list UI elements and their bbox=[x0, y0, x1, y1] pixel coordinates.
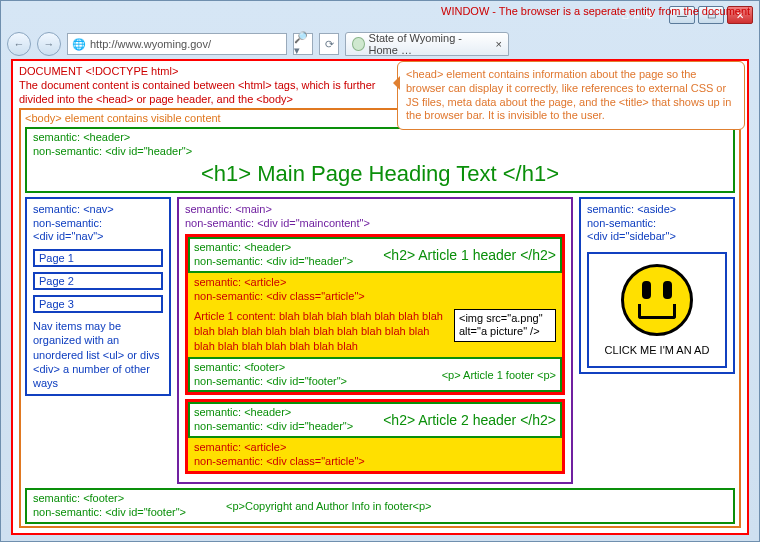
a1-ftr-p: <p> Article 1 footer <p> bbox=[442, 369, 556, 381]
url-field[interactable]: 🌐 http://www.wyoming.gov/ bbox=[67, 33, 287, 55]
refresh-button[interactable]: ⟳ bbox=[319, 33, 339, 55]
a1-ftr-non: non-semantic: <div id="footer"> bbox=[194, 375, 347, 389]
window-annotation: WINDOW - The browser is a seperate entit… bbox=[441, 5, 750, 17]
a2-hdr-sem: semantic: <header> bbox=[194, 406, 353, 420]
browser-tab[interactable]: State of Wyoming - Home … × bbox=[345, 32, 509, 56]
a1-content: Article 1 content: blah blah blah blah b… bbox=[194, 309, 448, 354]
main-non: non-semantic: <div id="maincontent"> bbox=[185, 217, 565, 231]
a2-non: non-semantic: <div class="article"> bbox=[194, 455, 556, 469]
document-desc: The document content is contained betwee… bbox=[19, 79, 399, 107]
ad-text: CLICK ME I'M AN AD bbox=[593, 344, 721, 356]
main-sem: semantic: <main> bbox=[185, 203, 565, 217]
url-text: http://www.wyoming.gov/ bbox=[90, 38, 211, 50]
article-2: semantic: <header> non-semantic: <div id… bbox=[185, 399, 565, 474]
back-button[interactable]: ← bbox=[7, 32, 31, 56]
article1-header: semantic: <header> non-semantic: <div id… bbox=[188, 237, 562, 273]
globe-icon: 🌐 bbox=[72, 38, 86, 51]
a2-hdr-non: non-semantic: <div id="header"> bbox=[194, 420, 353, 434]
forward-button[interactable]: → bbox=[37, 32, 61, 56]
page-footer-box: semantic: <footer> non-semantic: <div id… bbox=[25, 488, 735, 524]
browser-window: WINDOW - The browser is a seperate entit… bbox=[0, 0, 760, 542]
aside-sem: semantic: <aside> bbox=[587, 203, 727, 217]
a1-h2: <h2> Article 1 header </h2> bbox=[383, 247, 556, 263]
nav-item[interactable]: Page 3 bbox=[33, 295, 163, 313]
a1-hdr-non: non-semantic: <div id="header"> bbox=[194, 255, 353, 269]
a1-sem: semantic: <article> bbox=[194, 276, 556, 290]
nav-note: Nav items may be organized with an unord… bbox=[33, 319, 163, 390]
a2-sem: semantic: <article> bbox=[194, 441, 556, 455]
footer-p: <p>Copyright and Author Info in footer<p… bbox=[226, 500, 431, 512]
a1-hdr-sem: semantic: <header> bbox=[194, 241, 353, 255]
page-header-box: semantic: <header> non-semantic: <div id… bbox=[25, 127, 735, 193]
a1-ftr-sem: semantic: <footer> bbox=[194, 361, 347, 375]
nav-item[interactable]: Page 2 bbox=[33, 272, 163, 290]
img-placeholder: <img src="a.png" alt="a picture" /> bbox=[454, 309, 556, 341]
header-non: non-semantic: <div id="header"> bbox=[33, 145, 727, 159]
a1-non: non-semantic: <div class="article"> bbox=[194, 290, 556, 304]
aside-box: semantic: <aside> non-semantic: <div id=… bbox=[579, 197, 735, 374]
article1-footer: semantic: <footer> non-semantic: <div id… bbox=[188, 357, 562, 393]
article-1: semantic: <header> non-semantic: <div id… bbox=[185, 234, 565, 395]
h1-text: <h1> Main Page Heading Text </h1> bbox=[33, 161, 727, 187]
nav-item[interactable]: Page 1 bbox=[33, 249, 163, 267]
footer-sem: semantic: <footer> bbox=[33, 492, 186, 506]
nav-non: non-semantic: bbox=[33, 217, 163, 231]
smiley-icon bbox=[621, 264, 693, 336]
article2-header: semantic: <header> non-semantic: <div id… bbox=[188, 402, 562, 438]
a2-h2: <h2> Article 2 header </h2> bbox=[383, 412, 556, 428]
nav-non2: <div id="nav"> bbox=[33, 230, 163, 244]
aside-non2: <div id="sidebar"> bbox=[587, 230, 727, 244]
body-box: <body> element contains visible content … bbox=[19, 108, 741, 528]
aside-non: non-semantic: bbox=[587, 217, 727, 231]
header-sem: semantic: <header> bbox=[33, 131, 727, 145]
nav-sem: semantic: <nav> bbox=[33, 203, 163, 217]
tab-close-icon[interactable]: × bbox=[496, 38, 502, 50]
ad-box[interactable]: CLICK ME I'M AN AD bbox=[587, 252, 727, 368]
head-callout: <head> element contains information abou… bbox=[397, 61, 745, 130]
tab-title: State of Wyoming - Home … bbox=[369, 32, 492, 56]
document-box: DOCUMENT <!DOCTYPE html> The document co… bbox=[11, 59, 749, 535]
nav-box: semantic: <nav> non-semantic: <div id="n… bbox=[25, 197, 171, 397]
search-dropdown[interactable]: 🔎 ▾ bbox=[293, 33, 313, 55]
main-box: semantic: <main> non-semantic: <div id="… bbox=[177, 197, 573, 485]
tab-favicon bbox=[352, 37, 365, 51]
columns: semantic: <nav> non-semantic: <div id="n… bbox=[25, 197, 735, 485]
address-bar: ← → 🌐 http://www.wyoming.gov/ 🔎 ▾ ⟳ Stat… bbox=[1, 29, 759, 59]
footer-non: non-semantic: <div id="footer"> bbox=[33, 506, 186, 520]
